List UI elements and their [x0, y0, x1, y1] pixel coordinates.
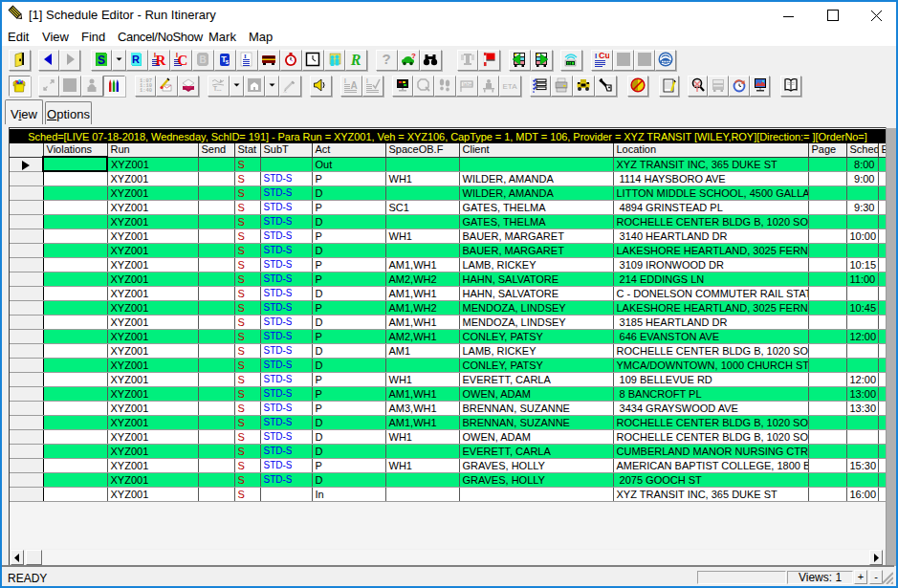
svg-text:T...: T... — [213, 85, 222, 92]
svg-text:R: R — [132, 54, 140, 65]
svg-text:s: s — [226, 58, 230, 65]
svg-text:I: I — [595, 52, 597, 60]
svg-text:ETA: ETA — [503, 82, 517, 91]
svg-text:A: A — [350, 80, 357, 91]
svg-text:I: I — [244, 53, 247, 60]
svg-text:R: R — [156, 53, 166, 67]
svg-text:...: ... — [283, 88, 287, 94]
svg-text:C: C — [178, 53, 188, 67]
svg-text:I: I — [344, 77, 346, 84]
svg-text:Cu: Cu — [599, 52, 609, 60]
svg-text:?: ? — [382, 52, 390, 67]
svg-text:I: I — [366, 77, 368, 84]
svg-text:R: R — [350, 52, 361, 67]
svg-text:S: S — [98, 54, 105, 67]
svg-text:B: B — [199, 54, 206, 65]
svg-text:1:40: 1:40 — [140, 88, 152, 93]
svg-text:label: label — [463, 81, 473, 87]
